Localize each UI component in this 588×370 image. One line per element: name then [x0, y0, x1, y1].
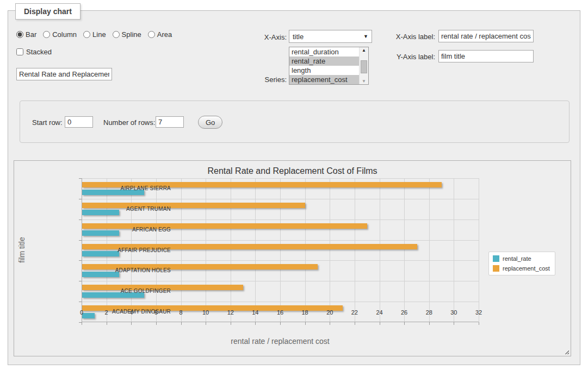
stacked-label: Stacked: [26, 48, 52, 56]
row-range-box: Start row: Number of rows: Go: [20, 101, 570, 143]
x-tick-label: 26: [393, 309, 415, 316]
gridline: [280, 178, 281, 322]
legend-swatch: [493, 255, 499, 262]
gridline: [82, 240, 479, 241]
x-axis-tick: [429, 322, 430, 325]
chart-type-radio-spline[interactable]: [113, 31, 120, 38]
start-row-input[interactable]: [65, 116, 93, 128]
chart-type-option-spline[interactable]: Spline: [113, 30, 141, 39]
x-axis-tick: [107, 322, 107, 325]
y-axis-title: film title: [17, 237, 26, 262]
x-axis-tick: [479, 322, 479, 325]
category-label: ACE GOLDFINGER: [106, 288, 171, 294]
gridline: [82, 302, 479, 302]
scrollbar-thumb[interactable]: [361, 60, 367, 73]
scroll-up-icon[interactable]: ▲: [360, 48, 368, 53]
gridline: [206, 178, 206, 322]
chart-type-option-area[interactable]: Area: [148, 30, 172, 39]
series-option-rental_rate[interactable]: rental_rate: [289, 57, 360, 66]
chart-type-label: Area: [157, 30, 172, 39]
chart-type-label: Column: [52, 30, 77, 39]
category-label: AFRICAN EGG: [106, 227, 171, 233]
x-tick-label: 8: [170, 309, 192, 316]
chart-type-radio-column[interactable]: [43, 31, 50, 38]
chart-type-radio-group: BarColumnLineSplineArea: [16, 30, 176, 39]
go-button[interactable]: Go: [198, 116, 222, 129]
x-axis-tick: [454, 322, 454, 325]
legend-label: replacement_cost: [503, 265, 550, 272]
chart-title: Rental Rate and Replacement Cost of Film…: [14, 166, 571, 176]
listbox-scrollbar[interactable]: ▲ ▼: [359, 47, 368, 84]
x-axis-tick: [156, 322, 157, 325]
resize-grip[interactable]: [564, 349, 569, 354]
series-option-rental_duration[interactable]: rental_duration: [289, 47, 360, 57]
x-tick-label: 22: [344, 309, 366, 316]
category-label: ADAPTATION HOLES: [106, 267, 171, 273]
chart-container: Rental Rate and Replacement Cost of Film…: [14, 160, 571, 356]
chart-type-label: Spline: [122, 30, 141, 39]
x-axis-line: [82, 322, 479, 322]
chart-type-radio-area[interactable]: [148, 31, 155, 38]
series-listbox[interactable]: rental_durationrental_ratelengthreplacem…: [289, 47, 369, 85]
x-tick-label: 10: [195, 309, 216, 316]
gridline: [454, 178, 454, 322]
y-axis-tick: [79, 322, 82, 323]
gridline: [330, 178, 330, 322]
x-tick-label: 0: [71, 309, 92, 316]
chart-type-option-column[interactable]: Column: [43, 30, 77, 39]
stacked-option[interactable]: Stacked: [16, 48, 52, 56]
legend-item-rental_rate[interactable]: rental_rate: [493, 255, 550, 262]
chart-type-radio-line[interactable]: [83, 31, 90, 38]
x-axis-tick: [206, 322, 206, 325]
series-option-length[interactable]: length: [289, 66, 360, 75]
scroll-down-icon[interactable]: ▼: [360, 79, 368, 84]
x-axis-tick: [231, 322, 231, 325]
x-axis-tick: [82, 322, 82, 325]
x-tick-label: 20: [319, 309, 341, 316]
start-row-label: Start row:: [32, 118, 63, 127]
x-axis-tick: [280, 322, 281, 325]
y-axis-line: [82, 178, 82, 322]
number-of-rows-input[interactable]: [156, 116, 184, 128]
x-tick-label: 30: [443, 309, 465, 316]
x-tick-label: 28: [418, 309, 440, 316]
gridline: [429, 178, 430, 322]
chart-title-input[interactable]: [16, 68, 112, 80]
legend-label: rental_rate: [503, 255, 531, 262]
x-axis-title: rental rate / replacement cost: [82, 337, 479, 346]
legend-item-replacement_cost[interactable]: replacement_cost: [493, 265, 550, 272]
x-tick-label: 24: [369, 309, 391, 316]
series-option-replacement_cost[interactable]: replacement_cost: [289, 75, 360, 84]
x-tick-label: 16: [269, 309, 291, 316]
x-axis-tick: [355, 322, 355, 325]
x-tick-label: 32: [468, 309, 490, 316]
x-axis-tick: [380, 322, 380, 325]
x-axis-select-value: title: [293, 33, 304, 41]
x-axis-label-input[interactable]: [438, 30, 534, 42]
category-label: AIRPLANE SIERRA: [106, 185, 171, 191]
x-axis-select[interactable]: title ▼: [289, 30, 372, 43]
x-axis-tick: [330, 322, 330, 325]
gridline: [82, 178, 479, 179]
gridline: [82, 220, 479, 220]
x-axis-tick: [181, 322, 182, 325]
chart-type-radio-bar[interactable]: [16, 31, 23, 38]
category-label: AGENT TRUMAN: [106, 206, 171, 212]
gridline: [380, 178, 380, 322]
chart-type-option-bar[interactable]: Bar: [16, 30, 36, 39]
y-axis-label-input[interactable]: [438, 50, 534, 62]
gridline: [82, 199, 479, 199]
chart-legend: rental_ratereplacement_cost: [488, 252, 555, 275]
chart-type-option-line[interactable]: Line: [83, 30, 106, 39]
gridline: [355, 178, 355, 322]
stacked-checkbox[interactable]: [16, 48, 23, 55]
chart-type-label: Bar: [26, 30, 36, 39]
x-axis-tick: [255, 322, 256, 325]
x-axis-label-label: X-Axis label:: [385, 33, 435, 41]
x-axis-tick: [404, 322, 405, 325]
number-of-rows-label: Number of rows:: [103, 118, 155, 127]
category-label: AFFAIR PREJUDICE: [106, 247, 171, 253]
dropdown-arrow-icon: ▼: [363, 34, 368, 39]
gridline: [404, 178, 405, 322]
legend-swatch: [493, 265, 499, 272]
